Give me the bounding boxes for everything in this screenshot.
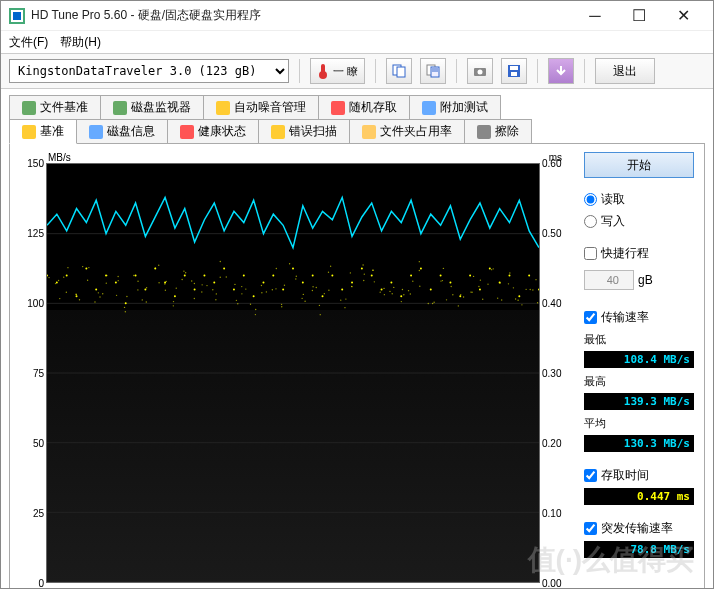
ytick-left: 50 bbox=[33, 437, 44, 448]
menu-file[interactable]: 文件(F) bbox=[9, 34, 48, 51]
ytick-left: 125 bbox=[27, 227, 44, 238]
transfer-checkbox[interactable]: 传输速率 bbox=[584, 308, 694, 326]
close-button[interactable]: ✕ bbox=[661, 2, 705, 30]
svg-point-221 bbox=[508, 274, 510, 276]
svg-point-127 bbox=[275, 288, 276, 289]
svg-point-137 bbox=[302, 281, 304, 283]
svg-point-84 bbox=[166, 281, 167, 282]
svg-point-101 bbox=[213, 281, 215, 283]
tab-label: 附加测试 bbox=[440, 99, 488, 116]
svg-point-192 bbox=[433, 302, 434, 303]
svg-point-126 bbox=[276, 268, 277, 269]
svg-rect-17 bbox=[113, 101, 127, 115]
svg-point-218 bbox=[501, 299, 502, 300]
svg-point-89 bbox=[184, 274, 186, 276]
folder-icon bbox=[362, 125, 376, 139]
svg-point-236 bbox=[535, 279, 536, 280]
tab-基准[interactable]: 基准 bbox=[9, 119, 77, 144]
tab-随机存取[interactable]: 随机存取 bbox=[318, 95, 410, 119]
scan-icon bbox=[271, 125, 285, 139]
svg-point-91 bbox=[185, 272, 186, 273]
svg-point-133 bbox=[292, 268, 294, 270]
menu-help[interactable]: 帮助(H) bbox=[60, 34, 101, 51]
tab-健康状态[interactable]: 健康状态 bbox=[167, 119, 259, 143]
temperature-button[interactable]: 一 瞭 bbox=[310, 58, 365, 84]
ytick-right: 0.10 bbox=[542, 508, 561, 519]
svg-point-194 bbox=[442, 280, 443, 281]
max-label: 最高 bbox=[584, 374, 694, 389]
tab-自动噪音管理[interactable]: 自动噪音管理 bbox=[203, 95, 319, 119]
app-icon bbox=[9, 8, 25, 24]
svg-point-169 bbox=[381, 288, 383, 290]
svg-rect-22 bbox=[89, 125, 103, 139]
ytick-left: 0 bbox=[38, 578, 44, 589]
svg-point-40 bbox=[55, 283, 56, 284]
svg-point-109 bbox=[233, 288, 235, 290]
svg-point-44 bbox=[66, 292, 67, 293]
tab-磁盘监视器[interactable]: 磁盘监视器 bbox=[100, 95, 204, 119]
copy-screenshot-button[interactable] bbox=[420, 58, 446, 84]
copy-icon bbox=[391, 63, 407, 79]
svg-point-147 bbox=[320, 314, 321, 315]
svg-point-203 bbox=[458, 305, 459, 306]
svg-point-132 bbox=[281, 304, 282, 305]
svg-point-163 bbox=[362, 264, 363, 265]
maximize-button[interactable]: ☐ bbox=[617, 2, 661, 30]
svg-point-231 bbox=[525, 289, 526, 290]
copy-info-button[interactable] bbox=[386, 58, 412, 84]
quick-checkbox[interactable]: 快捷行程 bbox=[584, 244, 694, 262]
svg-point-139 bbox=[304, 301, 305, 302]
svg-point-228 bbox=[515, 298, 516, 299]
svg-point-223 bbox=[509, 272, 510, 273]
minimize-button[interactable]: ─ bbox=[573, 2, 617, 30]
svg-point-195 bbox=[440, 280, 441, 281]
svg-point-164 bbox=[363, 280, 364, 281]
y-axis-right: 0.600.500.400.300.200.100.00 bbox=[540, 163, 570, 583]
svg-point-205 bbox=[469, 274, 471, 276]
drive-select[interactable]: KingstonDataTraveler 3.0 (123 gB) bbox=[9, 59, 289, 83]
svg-point-50 bbox=[88, 267, 89, 268]
burst-checkbox[interactable]: 突发传输速率 bbox=[584, 519, 694, 537]
svg-point-111 bbox=[236, 300, 237, 301]
svg-point-43 bbox=[63, 276, 64, 277]
svg-point-152 bbox=[328, 290, 329, 291]
svg-point-122 bbox=[261, 292, 262, 293]
svg-point-105 bbox=[223, 268, 225, 270]
tab-文件基准[interactable]: 文件基准 bbox=[9, 95, 101, 119]
tab-擦除[interactable]: 擦除 bbox=[464, 119, 532, 143]
access-checkbox[interactable]: 存取时间 bbox=[584, 466, 694, 484]
options-button[interactable] bbox=[548, 58, 574, 84]
svg-point-220 bbox=[499, 282, 500, 283]
svg-point-226 bbox=[521, 304, 522, 305]
svg-rect-15 bbox=[511, 72, 517, 76]
svg-point-61 bbox=[115, 281, 117, 283]
svg-point-99 bbox=[201, 291, 202, 292]
quick-size-stepper[interactable]: gB bbox=[584, 270, 694, 290]
exit-button[interactable]: 退出 bbox=[595, 58, 655, 84]
svg-point-108 bbox=[226, 276, 227, 277]
write-radio[interactable]: 写入 bbox=[584, 212, 694, 230]
svg-point-198 bbox=[446, 299, 447, 300]
screenshot-button[interactable] bbox=[467, 58, 493, 84]
svg-point-211 bbox=[482, 299, 483, 300]
svg-point-125 bbox=[272, 274, 274, 276]
svg-point-135 bbox=[296, 276, 297, 277]
tab-label: 文件夹占用率 bbox=[380, 123, 452, 140]
svg-point-86 bbox=[176, 287, 177, 288]
tab-文件夹占用率[interactable]: 文件夹占用率 bbox=[349, 119, 465, 143]
ytick-right: 0.00 bbox=[542, 578, 561, 589]
svg-point-55 bbox=[98, 292, 99, 293]
save-button[interactable] bbox=[501, 58, 527, 84]
svg-point-144 bbox=[312, 286, 313, 287]
tab-磁盘信息[interactable]: 磁盘信息 bbox=[76, 119, 168, 143]
tab-错误扫描[interactable]: 错误扫描 bbox=[258, 119, 350, 143]
svg-point-87 bbox=[173, 301, 174, 302]
start-button[interactable]: 开始 bbox=[584, 152, 694, 178]
burst-value: 78.8 MB/s bbox=[584, 541, 694, 558]
svg-point-92 bbox=[183, 270, 184, 271]
svg-point-65 bbox=[125, 302, 127, 304]
tab-附加测试[interactable]: 附加测试 bbox=[409, 95, 501, 119]
svg-point-214 bbox=[493, 268, 494, 269]
read-radio[interactable]: 读取 bbox=[584, 190, 694, 208]
svg-point-145 bbox=[322, 295, 324, 297]
